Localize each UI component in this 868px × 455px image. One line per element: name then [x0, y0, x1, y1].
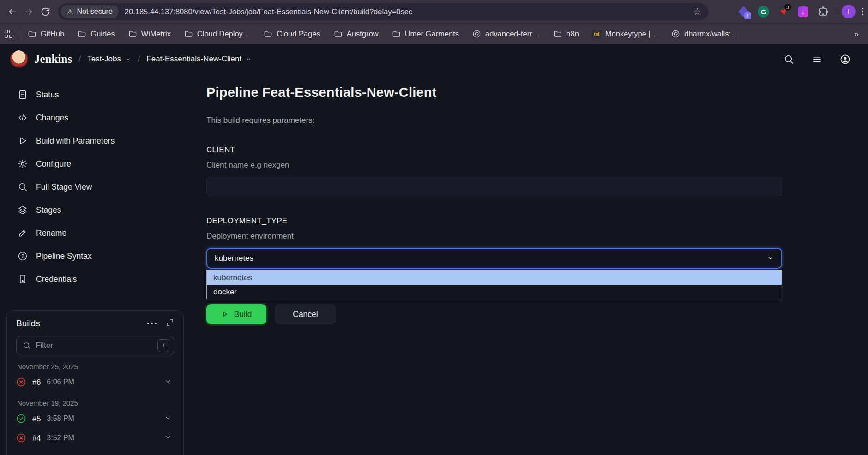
- build-status-icon: [16, 413, 26, 424]
- bookmark-folder[interactable]: Cloud Pages: [264, 30, 320, 38]
- bookmarks-overflow-chevron[interactable]: »: [854, 29, 859, 39]
- client-input[interactable]: [206, 177, 782, 196]
- play-icon: [221, 311, 229, 318]
- svg-text:?: ?: [21, 253, 24, 259]
- extension-raindrop-icon[interactable]: 4: [738, 6, 750, 18]
- sidebar-item-build-with-parameters[interactable]: Build with Parameters: [0, 129, 199, 152]
- build-row[interactable]: #4 3:52 PM: [16, 428, 174, 448]
- bookmark-folder[interactable]: Umer Garments: [392, 30, 459, 38]
- code-icon: [18, 113, 28, 123]
- build-time: 3:58 PM: [47, 414, 74, 423]
- chevron-down-icon[interactable]: [164, 378, 171, 387]
- build-button[interactable]: Build: [206, 304, 266, 324]
- chevron-down-icon[interactable]: [164, 414, 171, 423]
- build-intro-text: This build requires parameters:: [206, 116, 782, 125]
- param-desc-deployment-type: Deployment environment: [206, 232, 782, 241]
- sidebar-item-status[interactable]: Status: [0, 83, 199, 106]
- extensions-puzzle-icon[interactable]: [817, 6, 829, 18]
- build-date-label: November 19, 2025: [17, 399, 174, 407]
- bookmark-folder[interactable]: WiMetrix: [128, 30, 171, 38]
- address-bar[interactable]: ⚠ Not secure 20.185.44.137:8080/view/Tes…: [58, 3, 708, 20]
- refresh-icon[interactable]: [37, 3, 54, 20]
- credentials-card-icon: [18, 274, 28, 284]
- cancel-button[interactable]: Cancel: [275, 304, 336, 324]
- build-id: #6: [32, 378, 41, 387]
- sidebar-item-stages[interactable]: Stages: [0, 198, 199, 222]
- chevron-down-icon: [125, 56, 131, 62]
- magnifier-icon: [18, 182, 28, 192]
- jenkins-logo[interactable]: [10, 50, 28, 68]
- bookmark-star-icon[interactable]: ☆: [693, 6, 702, 17]
- bookmark-folder[interactable]: Cloud Deploy…: [184, 30, 251, 38]
- build-time: 6:06 PM: [47, 378, 74, 386]
- builds-more-icon[interactable]: [147, 323, 157, 324]
- github-icon: [671, 30, 680, 38]
- jenkins-header: Jenkins / Test-Jobs / Feat-Essentials-Ne…: [0, 44, 868, 74]
- builds-panel: Builds / November 25, 2025: [6, 310, 184, 455]
- folder-icon: [184, 30, 193, 38]
- document-icon: [18, 90, 28, 100]
- chevron-down-icon[interactable]: [164, 434, 171, 443]
- user-avatar-icon[interactable]: [840, 54, 850, 65]
- folder-icon: [128, 30, 137, 38]
- search-icon[interactable]: [784, 54, 794, 65]
- apps-grid-icon[interactable]: [5, 30, 12, 38]
- bookmark-folder[interactable]: Guides: [78, 30, 115, 38]
- bookmark-github[interactable]: dharmx/walls:…: [671, 30, 738, 38]
- chevron-down-icon: [246, 56, 252, 62]
- browser-profile-avatar[interactable]: I: [842, 5, 856, 18]
- bookmark-folder[interactable]: GitHub: [28, 30, 64, 38]
- sidebar-item-changes[interactable]: Changes: [0, 106, 199, 129]
- builds-filter: /: [16, 336, 174, 355]
- breadcrumb-separator: /: [78, 54, 81, 64]
- build-status-icon: [16, 377, 26, 387]
- filter-input[interactable]: [36, 341, 153, 350]
- forward-icon[interactable]: [20, 3, 37, 20]
- param-name-deployment-type: DEPLOYMENT_TYPE: [206, 216, 782, 226]
- site-security-chip[interactable]: ⚠ Not secure: [61, 5, 119, 18]
- extension-badge: 4: [744, 12, 751, 19]
- folder-icon: [334, 30, 343, 38]
- build-id: #4: [32, 434, 41, 443]
- extension-grammarly-icon[interactable]: G: [758, 6, 770, 18]
- breadcrumb-job-name[interactable]: Feat-Essentials-New-Client: [146, 54, 252, 64]
- breadcrumb-job-group[interactable]: Test-Jobs: [87, 54, 131, 64]
- sidebar-item-configure[interactable]: Configure: [0, 152, 199, 175]
- back-icon[interactable]: [4, 3, 20, 20]
- bookmark-folder[interactable]: Austgrow: [334, 30, 379, 38]
- sidebar-item-pipeline-syntax[interactable]: ? Pipeline Syntax: [0, 245, 199, 268]
- github-icon: [472, 30, 481, 38]
- screen: ⚠ Not secure 20.185.44.137:8080/view/Tes…: [0, 0, 868, 455]
- jenkins-brand[interactable]: Jenkins: [34, 53, 72, 66]
- menu-icon[interactable]: [812, 54, 822, 65]
- bookmark-github[interactable]: advanced-terr…: [472, 30, 540, 38]
- dropdown-option-kubernetes[interactable]: kubernetes: [207, 270, 782, 285]
- build-row[interactable]: #5 3:58 PM: [16, 409, 174, 428]
- layers-icon: [18, 205, 28, 215]
- build-row[interactable]: #6 6:06 PM: [16, 372, 174, 392]
- param-desc-client: Client name e.g nexgen: [206, 161, 782, 170]
- folder-icon: [392, 30, 401, 38]
- monkeytype-icon: mt: [592, 30, 601, 38]
- pencil-icon: [18, 228, 28, 238]
- bookmark-folder[interactable]: n8n: [553, 30, 579, 38]
- browser-menu-icon[interactable]: [862, 8, 864, 16]
- sidebar-item-credentials[interactable]: Credentials: [0, 268, 199, 291]
- bookmark-monkeytype[interactable]: mt Monkeytype |…: [592, 30, 658, 38]
- select-value: kubernetes: [215, 254, 253, 263]
- folder-icon: [28, 30, 36, 38]
- build-id: #5: [32, 414, 41, 423]
- deployment-type-dropdown: kubernetes docker: [206, 270, 782, 299]
- url-text[interactable]: 20.185.44.137:8080/view/Test-Jobs/job/Fe…: [125, 7, 689, 16]
- extension-badge: 3: [784, 4, 791, 11]
- builds-expand-icon[interactable]: [166, 318, 174, 329]
- sidebar-item-full-stage-view[interactable]: Full Stage View: [0, 175, 199, 198]
- extension-heart-icon[interactable]: ♥ 3: [778, 6, 790, 18]
- extension-downloader-icon[interactable]: ↓: [797, 6, 809, 18]
- build-date-label: November 25, 2025: [17, 363, 174, 371]
- deployment-type-select[interactable]: kubernetes: [206, 248, 782, 269]
- bookmarks-bar: GitHub Guides WiMetrix Cloud Deploy… Clo…: [0, 23, 868, 44]
- sidebar-item-rename[interactable]: Rename: [0, 222, 199, 245]
- folder-icon: [553, 30, 562, 38]
- dropdown-option-docker[interactable]: docker: [207, 285, 782, 299]
